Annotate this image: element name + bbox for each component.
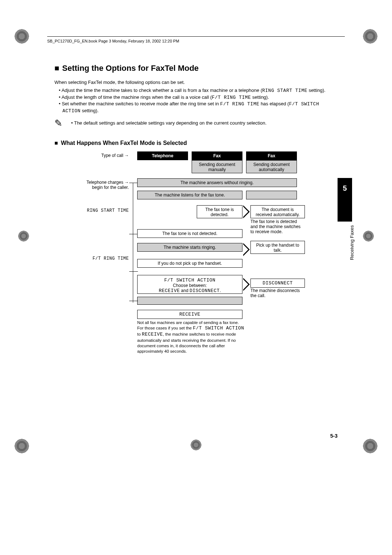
arrow-icon [243,205,250,218]
chapter-number: 5 [343,184,347,192]
box-no-pickup: If you do not pick up the handset. [137,259,242,268]
header-bar: SB_PC1270D_FG_EN.book Page 3 Monday, Feb… [47,36,345,43]
label-charges: Telephone charges → begin for the caller… [76,180,129,190]
box-not-detected: The fax tone is not detected. [137,229,242,238]
label-ring-start: RING START TIME [74,208,129,213]
box-receive: RECEIVE [137,310,242,319]
header-text: SB_PC1270D_FG_EN.book Page 3 Monday, Feb… [47,39,179,43]
subsection-heading: What Happens When FaxTel Mode is Selecte… [54,140,338,146]
crop-mark-icon [363,439,377,453]
box-pickup: Pick up the handset to talk. [250,241,305,254]
intro-text: When selecting FaxTel mode, the followin… [54,80,338,85]
options-list: Adjust the time the machine takes to che… [54,87,338,114]
page-number: 5-3 [330,433,338,439]
box-starts-ringing: The machine starts ringing. [137,243,242,252]
box-ft-switch: F/T SWITCH ACTION Choose between: RECEIV… [137,275,242,294]
crop-mark-icon [15,439,29,453]
chapter-label: Receiving Faxes [349,225,355,260]
box-answers: The machine answers without ringing. [137,178,297,187]
box-send-auto: Sending document automatically [246,160,297,173]
crop-mark-icon [363,29,377,44]
text-disconnect-call: The machine disconnects the call. [250,288,305,298]
text-detected-switch: The fax tone is detected and the machine… [250,219,305,234]
box-grey-spacer [246,191,297,199]
list-item: Adjust the time the machine takes to che… [59,87,338,94]
arrow-icon [243,243,250,256]
footnote: Not all fax machines are capable of send… [137,320,246,354]
crop-mark-icon [15,29,29,44]
label-type-of-call: Type of call → [76,153,129,158]
list-item: Set whether the machine switches to rece… [59,101,338,114]
header-fax: Fax [192,151,242,160]
label-ft-ring: F/T RING TIME [74,256,129,261]
note: ✎ The default settings and selectable se… [54,118,338,129]
note-text: The default settings and selectable sett… [71,118,266,126]
note-icon: ✎ [54,118,62,129]
box-grey-spacer-2 [137,297,242,305]
box-send-manual: Sending document manually [192,160,242,173]
box-disconnect: DISCONNECT [250,279,305,288]
crop-mark-icon [363,231,374,242]
arrow-icon [243,278,250,291]
header-fax-2: Fax [246,151,297,160]
list-item: Adjust the length of time the machine ri… [59,94,338,101]
section-heading: Setting the Options for FaxTel Mode [54,64,338,73]
chapter-tab: 5 [338,178,352,222]
crop-mark-icon [18,231,29,242]
flowchart: Type of call → Telephone Fax Fax Sending… [76,151,338,362]
box-fax-detected: The fax tone is detected. [197,205,242,218]
box-doc-received: The document is received automatically. [250,205,305,218]
crop-mark-icon [191,439,201,450]
header-telephone: Telephone [137,151,188,160]
box-listens: The machine listens for the fax tone. [137,191,242,199]
timeline [133,183,133,303]
